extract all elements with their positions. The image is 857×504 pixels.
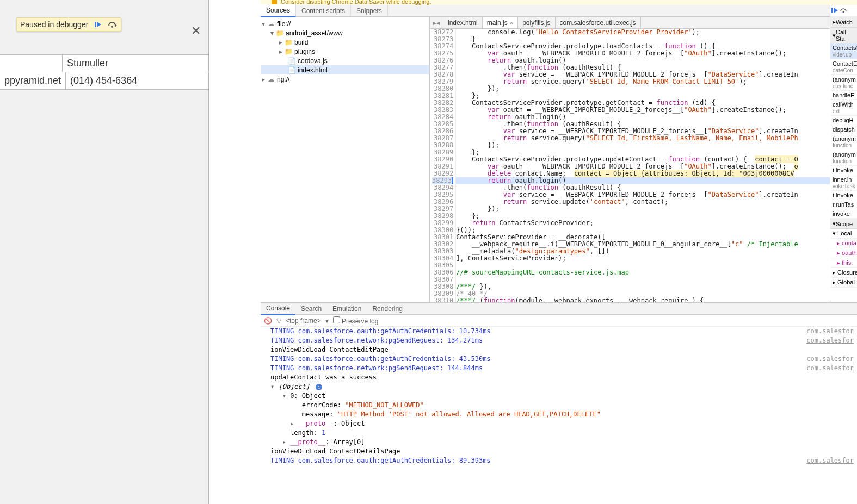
- callstack-frame[interactable]: invoke: [830, 209, 857, 219]
- callstack-section[interactable]: ▾ Call Sta: [830, 27, 857, 43]
- tree-root[interactable]: ▾ ☁ file://: [261, 19, 429, 28]
- drawer-tab-search[interactable]: Search: [295, 303, 327, 315]
- paused-text: Paused in debugger: [20, 20, 88, 29]
- paused-in-debugger-banner: Paused in debugger: [16, 17, 121, 32]
- callstack-frame[interactable]: (anonymfunction: [830, 134, 857, 150]
- tree-file-cordova[interactable]: 📄 cordova.js: [261, 56, 429, 65]
- tree-folder-www[interactable]: ▾ 📁 android_asset/www: [261, 28, 429, 38]
- step-over-icon[interactable]: [108, 20, 118, 29]
- callstack-frame[interactable]: t.invoke: [830, 191, 857, 200]
- tab-snippets[interactable]: Snippets: [351, 5, 388, 17]
- folder-icon: 📁: [285, 48, 292, 55]
- contact-cell[interactable]: [0, 55, 63, 72]
- svg-marker-5: [834, 8, 838, 13]
- drawer-tab-rendering[interactable]: Rendering: [367, 303, 408, 315]
- callstack-frame[interactable]: (anonymous func: [830, 75, 857, 91]
- callstack-frame[interactable]: debugH: [830, 116, 857, 125]
- debug-sidebar[interactable]: ▸ Watch ▾ Call Sta ContactsSvider.upCont…: [830, 5, 857, 307]
- html-file-icon: 📄: [288, 66, 295, 74]
- source-link[interactable]: com.salesfor: [806, 364, 854, 373]
- tab-content-scripts[interactable]: Content scripts: [296, 5, 351, 17]
- nav-dropdown-icon[interactable]: ▸◂: [430, 17, 443, 28]
- editor-tab-exec[interactable]: com.salesforce.util.exec.js: [556, 17, 641, 28]
- callstack-frame[interactable]: t.invoke: [830, 166, 857, 175]
- clear-console-icon[interactable]: 🚫: [264, 317, 272, 325]
- scope-local[interactable]: ▾ Local: [830, 229, 857, 239]
- callstack-frame[interactable]: dispatch: [830, 125, 857, 134]
- contact-phone[interactable]: (014) 454-6364: [66, 72, 208, 89]
- svg-point-6: [843, 11, 844, 13]
- scope-section[interactable]: ▾ Scope: [830, 219, 857, 229]
- svg-point-2: [111, 26, 113, 28]
- svg-marker-1: [97, 22, 101, 27]
- callstack-frame[interactable]: (anonymfunction: [830, 150, 857, 166]
- console-toolbar: 🚫 ▽ <top frame> ▾ Preserve log: [261, 315, 857, 327]
- callstack-frame[interactable]: ContactsSvider.up: [830, 43, 857, 59]
- info-icon[interactable]: i: [316, 384, 322, 390]
- callstack-frame[interactable]: r.runTas: [830, 200, 857, 209]
- close-icon[interactable]: ✕: [191, 24, 201, 38]
- tree-folder-plugins[interactable]: ▸ 📁 plugins: [261, 47, 429, 56]
- drawer-tab-emulation[interactable]: Emulation: [327, 303, 367, 315]
- preserve-log-checkbox[interactable]: Preserve log: [333, 316, 379, 325]
- editor-tab-polyfills[interactable]: polyfills.js: [518, 17, 555, 28]
- callstack-frame[interactable]: ContactEddateCon: [830, 59, 857, 75]
- var-oauth[interactable]: ▸ oauth: [830, 248, 857, 258]
- source-link[interactable]: com.salesfor: [806, 336, 854, 345]
- resume-icon[interactable]: [831, 7, 838, 15]
- contact-email[interactable]: ppyramid.net: [0, 72, 66, 89]
- callstack-frame[interactable]: inner.invokeTask: [830, 175, 857, 191]
- var-this[interactable]: ▸ this:: [830, 258, 857, 268]
- source-link[interactable]: com.salesfor: [806, 456, 854, 465]
- file-icon: 📄: [288, 57, 295, 65]
- svg-rect-0: [95, 22, 96, 27]
- callstack-frame[interactable]: callWithext: [830, 100, 857, 116]
- folder-icon: 📁: [276, 29, 283, 37]
- cloud-icon: ☁: [267, 20, 275, 28]
- var-contact[interactable]: ▸ conta: [830, 239, 857, 248]
- source-link[interactable]: com.salesfor: [806, 327, 854, 336]
- resume-icon[interactable]: [94, 20, 102, 29]
- callstack-frame[interactable]: handleE: [830, 91, 857, 100]
- tree-ng[interactable]: ▸ ☁ ng://: [261, 74, 429, 84]
- cloud-icon: ☁: [267, 76, 275, 83]
- frame-selector[interactable]: <top frame>: [286, 317, 321, 325]
- tree-folder-build[interactable]: ▸ 📁 build: [261, 38, 429, 47]
- console-output[interactable]: com.salesforTIMING com.salesforce.oauth:…: [261, 327, 857, 504]
- drawer-tabs: Console Search Emulation Rendering: [261, 303, 857, 315]
- scope-global[interactable]: ▸ Global: [830, 278, 857, 288]
- scope-closure[interactable]: ▸ Closure: [830, 268, 857, 278]
- drawer: Console Search Emulation Rendering 🚫 ▽ <…: [261, 302, 857, 504]
- source-link[interactable]: com.salesfor: [806, 354, 854, 364]
- svg-rect-4: [831, 8, 833, 13]
- tab-sources[interactable]: Sources: [261, 4, 296, 17]
- contact-lastname[interactable]: Stumuller: [63, 55, 208, 72]
- folder-icon: 📁: [285, 39, 292, 46]
- editor-tab-main[interactable]: main.js×: [483, 17, 518, 28]
- svg-marker-3: [115, 24, 117, 27]
- drawer-tab-console[interactable]: Console: [261, 302, 295, 315]
- tree-file-index[interactable]: 📄 index.html: [261, 65, 429, 74]
- filter-icon[interactable]: ▽: [276, 317, 281, 325]
- step-over-icon[interactable]: [840, 7, 848, 15]
- sources-tabbar: Sources Content scripts Snippets: [261, 5, 857, 17]
- watch-section[interactable]: ▸ Watch: [830, 17, 857, 27]
- mobile-app-panel: ct ✕ Stumuller ppyramid.net (014) 454-63…: [0, 0, 209, 504]
- close-tab-icon[interactable]: ×: [510, 20, 513, 26]
- editor-tab-index[interactable]: index.html: [443, 17, 483, 28]
- editor-tabs: ▸◂ index.html main.js× polyfills.js com.…: [430, 17, 856, 29]
